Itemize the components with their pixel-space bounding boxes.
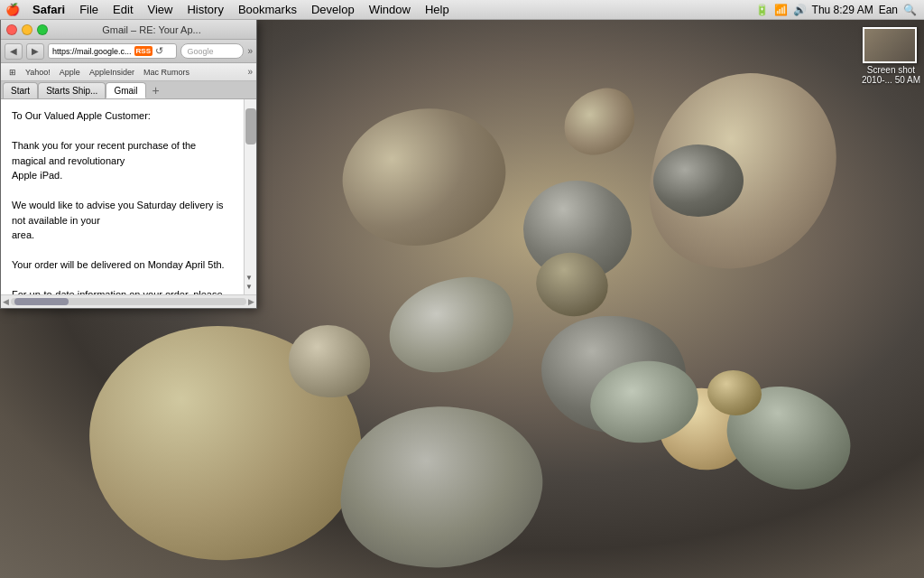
user-name: Ean [879,4,898,16]
battery-icon: 🔋 [755,4,769,16]
browser-window: Gmail – RE: Your Ap... ◀ ▶ https://mail.… [0,20,257,309]
toolbar: ◀ ▶ https://mail.google.c... RSS ↺ Googl… [1,40,256,63]
screenshot-label: Screen shot 2010-... 50 AM [862,65,920,85]
menu-view[interactable]: View [141,0,180,20]
tab-gmail[interactable]: Gmail [106,82,145,98]
tab-starts-ship[interactable]: Starts Ship... [38,82,106,98]
back-button[interactable]: ◀ [5,43,23,60]
menu-history[interactable]: History [180,0,230,20]
bookmark-appleinsider[interactable]: AppleInsider [85,67,139,78]
address-bar-container: https://mail.google.c... RSS ↺ [48,43,177,59]
apple-menu[interactable]: 🍎 [0,0,25,20]
bookmarks-bar: ⊞ Yahoo! Apple AppleInsider Mac Rumors » [1,63,256,81]
email-greeting: To Our Valued Apple Customer: [12,108,227,124]
clock-display: Thu 8:29 AM [812,4,873,16]
menu-bar-left: 🍎 Safari File Edit View History Bookmark… [0,0,457,20]
forward-button[interactable]: ▶ [26,43,44,60]
menu-edit[interactable]: Edit [106,0,140,20]
close-button[interactable] [6,24,17,35]
content-area: To Our Valued Apple Customer: Thank you … [1,99,256,294]
wifi-icon: 📶 [774,4,788,16]
menu-help[interactable]: Help [418,0,457,20]
email-body[interactable]: To Our Valued Apple Customer: Thank you … [1,99,244,294]
minimize-button[interactable] [22,24,32,35]
search-placeholder: Google [187,47,213,56]
horizontal-scrollbar[interactable]: ◀ ▶ [1,294,256,308]
address-bar[interactable]: https://mail.google.c... RSS ↺ [48,43,177,59]
scroll-track[interactable] [11,298,246,305]
search-icon[interactable]: 🔍 [903,4,917,16]
bookmark-yahoo[interactable]: Yahoo! [21,67,55,78]
menu-bar: 🍎 Safari File Edit View History Bookmark… [0,0,924,20]
menu-bookmarks[interactable]: Bookmarks [231,0,304,20]
bookmark-macrumors[interactable]: Mac Rumors [139,67,194,78]
title-bar: Gmail – RE: Your Ap... [1,20,256,40]
scroll-end-arrow[interactable]: ▼ [245,283,253,291]
reload-button[interactable]: ↺ [155,45,163,57]
menu-window[interactable]: Window [362,0,418,20]
email-para1: Thank you for your recent purchase of th… [12,138,227,183]
menu-develop[interactable]: Develop [304,0,362,20]
email-para4: For up-to-date information on your order… [12,287,227,294]
vertical-scrollbar[interactable]: ▼ ▼ [244,99,256,294]
maximize-button[interactable] [37,24,48,35]
menu-bar-right: 🔋 📶 🔊 Thu 8:29 AM Ean 🔍 [755,4,924,16]
scroll-left-arrow[interactable]: ◀ [3,297,9,306]
menu-file[interactable]: File [72,0,106,20]
menu-safari[interactable]: Safari [25,0,72,20]
scroll-down-arrow[interactable]: ▼ [245,274,253,282]
search-bar[interactable]: Google [180,43,244,59]
bookmarks-icon: ⊞ [5,67,21,78]
tab-start[interactable]: Start [3,82,38,98]
scroll-right-arrow[interactable]: ▶ [248,297,254,306]
rss-badge[interactable]: RSS [134,46,152,56]
new-tab-button[interactable]: + [148,82,164,98]
scroll-thumb[interactable] [14,298,69,305]
tabs-bar: Start Starts Ship... Gmail + [1,81,256,99]
address-text: https://mail.google.c... [52,47,132,56]
window-title: Gmail – RE: Your Ap... [52,24,251,35]
scrollbar-thumb[interactable] [245,108,256,144]
email-para3: Your order will be delivered on Monday A… [12,257,227,273]
toolbar-expand-button[interactable]: » [247,46,253,56]
bookmark-apple[interactable]: Apple [55,67,85,78]
screenshot-thumbnail[interactable] [863,27,917,63]
email-para2: We would like to advise you Saturday del… [12,198,227,243]
bookmarks-expand-button[interactable]: » [247,67,253,77]
volume-icon: 🔊 [793,4,807,16]
